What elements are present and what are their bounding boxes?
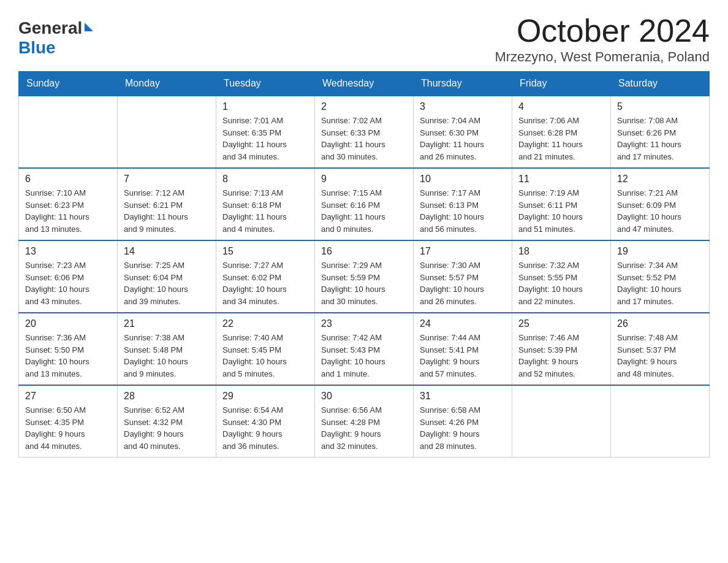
day-number: 19 (617, 246, 703, 257)
calendar-cell: 12Sunrise: 7:21 AM Sunset: 6:09 PM Dayli… (611, 168, 710, 240)
header-sunday: Sunday (19, 72, 118, 96)
calendar-cell: 10Sunrise: 7:17 AM Sunset: 6:13 PM Dayli… (414, 168, 512, 240)
day-number: 21 (124, 318, 210, 329)
day-number: 16 (321, 246, 407, 257)
day-info: Sunrise: 7:15 AM Sunset: 6:16 PM Dayligh… (321, 187, 407, 235)
day-number: 29 (222, 391, 308, 402)
day-number: 17 (420, 246, 506, 257)
day-info: Sunrise: 7:46 AM Sunset: 5:39 PM Dayligh… (518, 332, 604, 380)
calendar-cell: 1Sunrise: 7:01 AM Sunset: 6:35 PM Daylig… (216, 96, 315, 168)
calendar-cell: 2Sunrise: 7:02 AM Sunset: 6:33 PM Daylig… (315, 96, 414, 168)
header-friday: Friday (512, 72, 611, 96)
day-info: Sunrise: 7:10 AM Sunset: 6:23 PM Dayligh… (25, 187, 111, 235)
page-header: General Blue October 2024 Mrzezyno, West… (18, 12, 710, 65)
calendar-week-row: 13Sunrise: 7:23 AM Sunset: 6:06 PM Dayli… (19, 240, 710, 313)
calendar-cell: 6Sunrise: 7:10 AM Sunset: 6:23 PM Daylig… (19, 168, 118, 240)
calendar-cell (611, 385, 710, 458)
day-number: 25 (518, 318, 604, 329)
day-number: 5 (617, 101, 703, 112)
calendar-cell: 4Sunrise: 7:06 AM Sunset: 6:28 PM Daylig… (512, 96, 611, 168)
day-number: 31 (420, 391, 506, 402)
day-number: 18 (518, 246, 604, 257)
day-number: 30 (321, 391, 407, 402)
day-number: 27 (25, 391, 111, 402)
day-info: Sunrise: 6:50 AM Sunset: 4:35 PM Dayligh… (25, 404, 111, 452)
day-number: 24 (420, 318, 506, 329)
calendar-cell: 27Sunrise: 6:50 AM Sunset: 4:35 PM Dayli… (19, 385, 118, 458)
day-info: Sunrise: 7:42 AM Sunset: 5:43 PM Dayligh… (321, 332, 407, 380)
day-info: Sunrise: 7:19 AM Sunset: 6:11 PM Dayligh… (518, 187, 604, 235)
day-info: Sunrise: 7:48 AM Sunset: 5:37 PM Dayligh… (617, 332, 703, 380)
calendar-cell: 11Sunrise: 7:19 AM Sunset: 6:11 PM Dayli… (512, 168, 611, 240)
header-tuesday: Tuesday (216, 72, 315, 96)
calendar-cell: 8Sunrise: 7:13 AM Sunset: 6:18 PM Daylig… (216, 168, 315, 240)
day-info: Sunrise: 7:27 AM Sunset: 6:02 PM Dayligh… (222, 259, 308, 307)
day-number: 2 (321, 101, 407, 112)
day-info: Sunrise: 6:56 AM Sunset: 4:28 PM Dayligh… (321, 404, 407, 452)
calendar-week-row: 6Sunrise: 7:10 AM Sunset: 6:23 PM Daylig… (19, 168, 710, 240)
calendar-cell: 31Sunrise: 6:58 AM Sunset: 4:26 PM Dayli… (414, 385, 512, 458)
calendar-cell: 29Sunrise: 6:54 AM Sunset: 4:30 PM Dayli… (216, 385, 315, 458)
day-number: 12 (617, 174, 703, 185)
calendar-cell: 22Sunrise: 7:40 AM Sunset: 5:45 PM Dayli… (216, 313, 315, 385)
day-number: 6 (25, 174, 111, 185)
header-saturday: Saturday (611, 72, 710, 96)
day-number: 1 (222, 101, 308, 112)
calendar-cell: 7Sunrise: 7:12 AM Sunset: 6:21 PM Daylig… (118, 168, 216, 240)
calendar-cell: 19Sunrise: 7:34 AM Sunset: 5:52 PM Dayli… (611, 240, 710, 313)
calendar-cell: 18Sunrise: 7:32 AM Sunset: 5:55 PM Dayli… (512, 240, 611, 313)
day-number: 26 (617, 318, 703, 329)
header-wednesday: Wednesday (315, 72, 414, 96)
location-subtitle: Mrzezyno, West Pomerania, Poland (495, 49, 710, 65)
logo[interactable]: General Blue (18, 18, 93, 58)
calendar-cell: 25Sunrise: 7:46 AM Sunset: 5:39 PM Dayli… (512, 313, 611, 385)
day-info: Sunrise: 7:25 AM Sunset: 6:04 PM Dayligh… (124, 259, 210, 307)
day-info: Sunrise: 7:02 AM Sunset: 6:33 PM Dayligh… (321, 115, 407, 163)
logo-blue-text: Blue (18, 38, 56, 58)
day-number: 28 (124, 391, 210, 402)
day-number: 10 (420, 174, 506, 185)
day-info: Sunrise: 7:23 AM Sunset: 6:06 PM Dayligh… (25, 259, 111, 307)
day-number: 7 (124, 174, 210, 185)
day-info: Sunrise: 7:12 AM Sunset: 6:21 PM Dayligh… (124, 187, 210, 235)
day-number: 8 (222, 174, 308, 185)
day-info: Sunrise: 7:29 AM Sunset: 5:59 PM Dayligh… (321, 259, 407, 307)
logo-arrow-icon (85, 23, 93, 31)
day-number: 9 (321, 174, 407, 185)
day-info: Sunrise: 7:01 AM Sunset: 6:35 PM Dayligh… (222, 115, 308, 163)
day-number: 23 (321, 318, 407, 329)
header-thursday: Thursday (414, 72, 512, 96)
calendar-week-row: 20Sunrise: 7:36 AM Sunset: 5:50 PM Dayli… (19, 313, 710, 385)
calendar-cell: 20Sunrise: 7:36 AM Sunset: 5:50 PM Dayli… (19, 313, 118, 385)
day-info: Sunrise: 7:08 AM Sunset: 6:26 PM Dayligh… (617, 115, 703, 163)
day-number: 22 (222, 318, 308, 329)
calendar-cell: 21Sunrise: 7:38 AM Sunset: 5:48 PM Dayli… (118, 313, 216, 385)
calendar-cell: 24Sunrise: 7:44 AM Sunset: 5:41 PM Dayli… (414, 313, 512, 385)
calendar-cell (19, 96, 118, 168)
calendar-cell: 14Sunrise: 7:25 AM Sunset: 6:04 PM Dayli… (118, 240, 216, 313)
day-number: 4 (518, 101, 604, 112)
month-title: October 2024 (495, 12, 710, 49)
day-info: Sunrise: 6:58 AM Sunset: 4:26 PM Dayligh… (420, 404, 506, 452)
calendar-table: SundayMondayTuesdayWednesdayThursdayFrid… (18, 71, 710, 458)
header-monday: Monday (118, 72, 216, 96)
calendar-week-row: 27Sunrise: 6:50 AM Sunset: 4:35 PM Dayli… (19, 385, 710, 458)
day-info: Sunrise: 7:44 AM Sunset: 5:41 PM Dayligh… (420, 332, 506, 380)
day-info: Sunrise: 7:40 AM Sunset: 5:45 PM Dayligh… (222, 332, 308, 380)
calendar-cell: 23Sunrise: 7:42 AM Sunset: 5:43 PM Dayli… (315, 313, 414, 385)
day-info: Sunrise: 7:04 AM Sunset: 6:30 PM Dayligh… (420, 115, 506, 163)
calendar-cell: 16Sunrise: 7:29 AM Sunset: 5:59 PM Dayli… (315, 240, 414, 313)
day-number: 14 (124, 246, 210, 257)
calendar-cell (512, 385, 611, 458)
title-section: October 2024 Mrzezyno, West Pomerania, P… (495, 12, 710, 65)
calendar-cell: 9Sunrise: 7:15 AM Sunset: 6:16 PM Daylig… (315, 168, 414, 240)
calendar-cell: 28Sunrise: 6:52 AM Sunset: 4:32 PM Dayli… (118, 385, 216, 458)
calendar-cell: 13Sunrise: 7:23 AM Sunset: 6:06 PM Dayli… (19, 240, 118, 313)
calendar-cell: 5Sunrise: 7:08 AM Sunset: 6:26 PM Daylig… (611, 96, 710, 168)
day-number: 20 (25, 318, 111, 329)
day-info: Sunrise: 7:36 AM Sunset: 5:50 PM Dayligh… (25, 332, 111, 380)
day-info: Sunrise: 7:32 AM Sunset: 5:55 PM Dayligh… (518, 259, 604, 307)
calendar-header-row: SundayMondayTuesdayWednesdayThursdayFrid… (19, 72, 710, 96)
calendar-week-row: 1Sunrise: 7:01 AM Sunset: 6:35 PM Daylig… (19, 96, 710, 168)
day-info: Sunrise: 7:06 AM Sunset: 6:28 PM Dayligh… (518, 115, 604, 163)
